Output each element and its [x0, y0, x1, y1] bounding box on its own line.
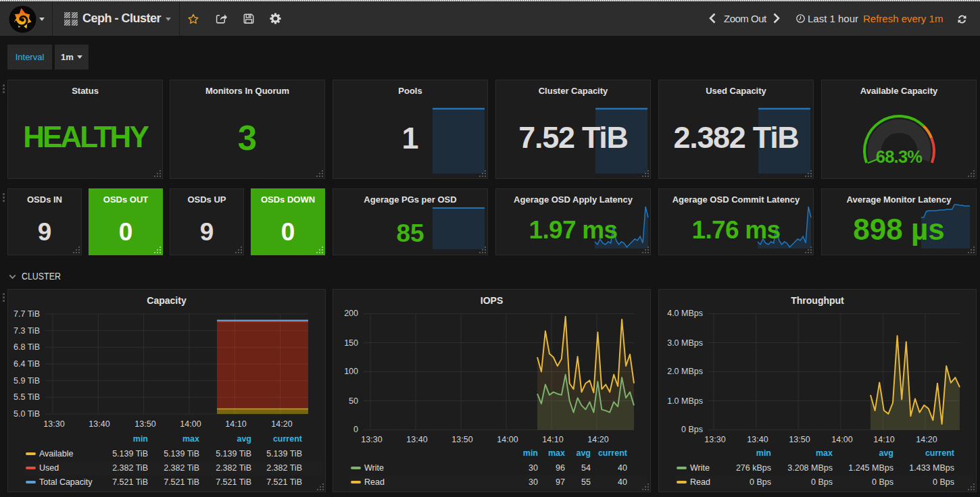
svg-text:68.3%: 68.3%	[876, 147, 922, 166]
